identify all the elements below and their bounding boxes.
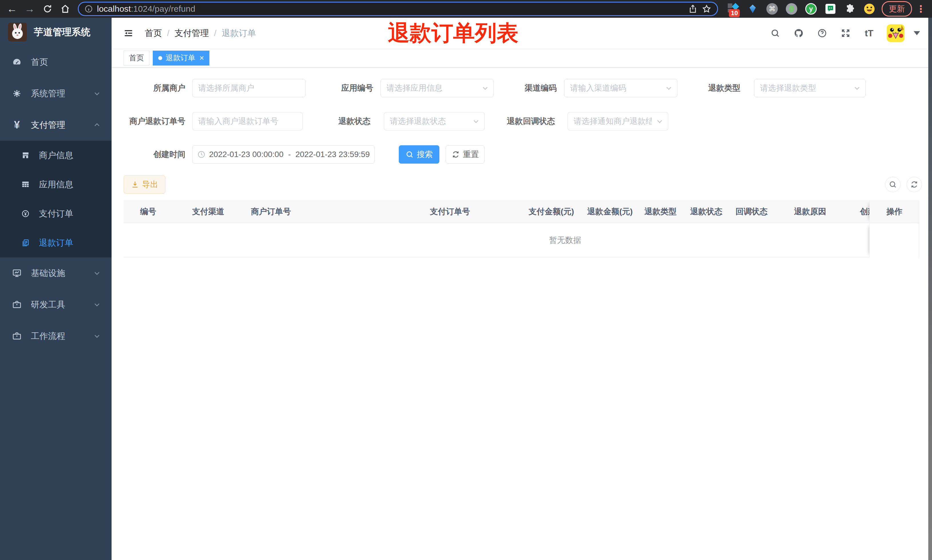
table-grid-icon bbox=[21, 180, 30, 189]
reset-button[interactable]: 重置 bbox=[446, 145, 484, 164]
browser-home-button[interactable] bbox=[57, 2, 73, 16]
empty-text: 暂无数据 bbox=[168, 235, 932, 246]
page-scrollbar[interactable] bbox=[928, 18, 932, 560]
tag-label: 退款订单 bbox=[166, 53, 195, 63]
sidebar-item-app-info[interactable]: 应用信息 bbox=[0, 170, 112, 199]
share-icon[interactable] bbox=[688, 4, 698, 14]
clock-icon bbox=[197, 150, 206, 159]
store-icon bbox=[21, 151, 30, 160]
chat-extension-icon[interactable] bbox=[824, 3, 837, 15]
bookmark-star-icon[interactable] bbox=[702, 4, 711, 14]
y-extension-icon[interactable]: y bbox=[805, 3, 817, 15]
col-header-refund-amount: 退款金额(元) bbox=[581, 206, 639, 217]
emoji-extension-icon[interactable] bbox=[863, 3, 875, 15]
merchant-input[interactable] bbox=[192, 79, 306, 97]
sidebar-item-label: 商户信息 bbox=[39, 149, 73, 161]
extension-badge: 10 bbox=[729, 9, 740, 17]
channel-select[interactable]: 请输入渠道编码 bbox=[564, 79, 677, 97]
search-button[interactable]: 搜索 bbox=[399, 145, 439, 164]
browser-toolbar: ← → localhost:1024/pay/refund 10 ⌘ y 更新 … bbox=[0, 0, 932, 18]
breadcrumb-pay[interactable]: 支付管理 bbox=[174, 28, 209, 39]
filter-label-refund-status: 退款状态 bbox=[297, 112, 371, 131]
app-select[interactable]: 请选择应用信息 bbox=[380, 79, 494, 97]
sidebar-fold-icon[interactable] bbox=[124, 28, 133, 38]
filter-label-merchant: 所属商户 bbox=[112, 79, 185, 97]
header-help-button[interactable] bbox=[817, 28, 828, 39]
table-empty-row: 暂无数据 bbox=[124, 223, 919, 257]
tag-home[interactable]: 首页 bbox=[124, 51, 149, 66]
back-icon: ← bbox=[7, 3, 17, 15]
sidebar-item-refund-order[interactable]: 退款订单 bbox=[0, 228, 112, 257]
fullscreen-icon bbox=[841, 28, 850, 38]
sidebar-item-home[interactable]: 首页 bbox=[0, 46, 112, 78]
puzzle-extensions-icon[interactable] bbox=[844, 3, 856, 15]
dot-extension-icon[interactable] bbox=[786, 3, 798, 15]
active-tag-dot bbox=[158, 56, 162, 60]
sidebar-item-label: 退款订单 bbox=[39, 237, 73, 249]
browser-back-button[interactable]: ← bbox=[4, 2, 20, 16]
chevron-down-icon bbox=[93, 332, 101, 340]
search-icon bbox=[405, 150, 414, 159]
sidebar-item-merchant-info[interactable]: 商户信息 bbox=[0, 141, 112, 170]
create-time-range-picker[interactable]: 2022-01-23 00:00:00 - 2022-01-23 23:59:5… bbox=[192, 145, 375, 164]
breadcrumb-home[interactable]: 首页 bbox=[145, 28, 162, 39]
header-search-button[interactable] bbox=[769, 28, 781, 39]
refresh-icon bbox=[910, 180, 918, 189]
browser-forward-button[interactable]: → bbox=[22, 2, 38, 16]
command-extension-icon[interactable]: ⌘ bbox=[766, 3, 778, 15]
tag-close-icon[interactable]: × bbox=[199, 54, 204, 63]
sidebar-item-infra[interactable]: 基础设施 bbox=[0, 257, 112, 289]
info-icon[interactable] bbox=[85, 5, 93, 13]
merchant-refund-no-input[interactable] bbox=[192, 112, 303, 131]
col-header-channel: 支付渠道 bbox=[186, 206, 245, 217]
sidebar-item-pay[interactable]: ¥ 支付管理 bbox=[0, 109, 112, 141]
user-avatar[interactable] bbox=[887, 24, 904, 42]
page-annotation-title: 退款订单列表 bbox=[388, 18, 518, 48]
browser-reload-button[interactable] bbox=[40, 2, 55, 16]
col-header-merchant-order-no: 商户订单号 bbox=[245, 206, 424, 217]
url-path: :1024/pay/refund bbox=[131, 4, 195, 14]
header-fontsize-button[interactable]: tT bbox=[863, 28, 875, 39]
sidebar-item-label: 研发工具 bbox=[31, 299, 65, 311]
sidebar-item-label: 支付订单 bbox=[39, 208, 73, 220]
table-search-toggle-button[interactable] bbox=[885, 177, 901, 192]
header-fullscreen-button[interactable] bbox=[840, 28, 851, 39]
reset-button-label: 重置 bbox=[463, 149, 479, 160]
refresh-icon bbox=[451, 150, 460, 159]
browser-menu-button[interactable]: ⋮ bbox=[914, 3, 928, 15]
command-glyph: ⌘ bbox=[769, 5, 775, 13]
search-icon bbox=[771, 28, 780, 38]
chevron-down-icon bbox=[655, 117, 664, 126]
sidebar-item-pay-order[interactable]: 支付订单 bbox=[0, 199, 112, 228]
filter-label-app: 应用编号 bbox=[300, 79, 373, 97]
actions-header-label: 操作 bbox=[886, 206, 903, 217]
select-placeholder: 请选择应用信息 bbox=[386, 83, 443, 94]
filter-label-refund-type: 退款类型 bbox=[666, 79, 740, 97]
export-button[interactable]: 导出 bbox=[124, 175, 165, 194]
browser-update-button[interactable]: 更新 bbox=[882, 1, 912, 17]
header-github-button[interactable] bbox=[793, 28, 804, 39]
sidebar-item-system[interactable]: 系统管理 bbox=[0, 78, 112, 109]
notify-status-select[interactable]: 请选择通知商户退款结果 bbox=[568, 112, 668, 131]
url-bar[interactable]: localhost:1024/pay/refund bbox=[78, 2, 718, 16]
chevron-down-icon bbox=[93, 89, 101, 98]
sidebar-logo[interactable]: 芋道管理系统 bbox=[0, 18, 112, 46]
url-host: localhost bbox=[97, 4, 131, 14]
table-refresh-button[interactable] bbox=[907, 177, 922, 192]
pay-submenu: 商户信息 应用信息 支付订单 退款订单 bbox=[0, 141, 112, 257]
tampermonkey-extension-icon[interactable]: 10 bbox=[727, 3, 739, 15]
tag-refund-order[interactable]: 退款订单 × bbox=[153, 51, 209, 66]
chevron-down-icon bbox=[472, 117, 480, 126]
refund-status-select[interactable]: 请选择退款状态 bbox=[384, 112, 484, 131]
gem-extension-icon[interactable] bbox=[747, 3, 759, 15]
pay-order-icon bbox=[21, 209, 30, 218]
chevron-down-icon bbox=[93, 269, 101, 277]
date-end-value: 2022-01-23 23:59:59 bbox=[295, 150, 370, 159]
avatar-caret-icon[interactable] bbox=[914, 31, 920, 35]
sidebar-item-workflow[interactable]: 工作流程 bbox=[0, 320, 112, 352]
refund-type-select[interactable]: 请选择退款类型 bbox=[754, 79, 866, 97]
sidebar-item-label: 工作流程 bbox=[31, 330, 65, 342]
emoji-face-icon bbox=[864, 3, 875, 15]
chevron-down-icon bbox=[853, 84, 861, 92]
sidebar-item-devtools[interactable]: 研发工具 bbox=[0, 289, 112, 320]
